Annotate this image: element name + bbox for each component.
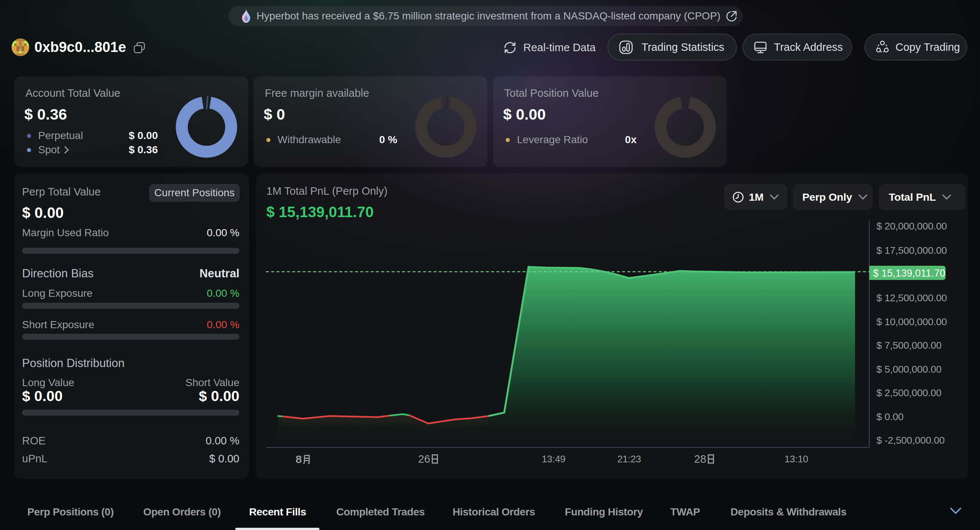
- svg-text:$ 15,139,011.70: $ 15,139,011.70: [873, 268, 945, 279]
